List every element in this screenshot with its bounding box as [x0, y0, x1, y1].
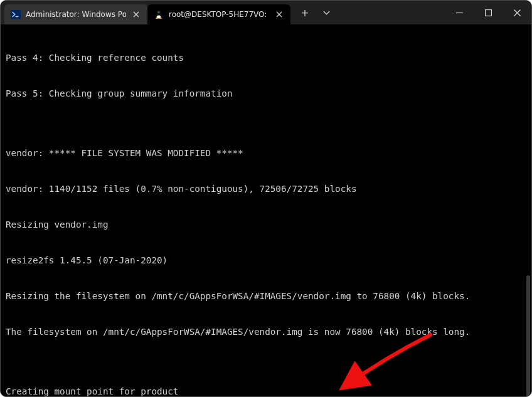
tab-title: Administrator: Windows PowerShell	[26, 10, 126, 19]
svg-point-4	[157, 10, 161, 14]
svg-rect-1	[16, 16, 19, 18]
tab-title: root@DESKTOP-5HE77VO: /mnt	[169, 10, 269, 19]
annotation-arrow	[330, 332, 437, 394]
window-controls	[445, 1, 531, 24]
terminal-line: Pass 4: Checking reference counts	[6, 52, 526, 64]
terminal-line: vendor: 1140/1152 files (0.7% non-contig…	[6, 183, 526, 195]
new-tab-button[interactable]	[294, 1, 316, 24]
terminal-line: Creating mount point for product	[6, 386, 526, 396]
tux-icon	[154, 9, 164, 19]
terminal-line: Resizing vendor.img	[6, 219, 526, 231]
svg-point-7	[156, 18, 158, 19]
terminal-window: Administrator: Windows PowerShell root@D…	[0, 0, 532, 397]
terminal-line: Resizing the filesystem on /mnt/c/GAppsF…	[6, 290, 526, 302]
maximize-button[interactable]	[474, 1, 503, 24]
terminal-line: vendor: ***** FILE SYSTEM WAS MODIFIED *…	[6, 147, 526, 159]
titlebar-drag-region[interactable]	[337, 1, 445, 24]
scrollbar-thumb[interactable]	[526, 275, 530, 396]
close-icon[interactable]	[131, 9, 141, 19]
svg-rect-10	[485, 9, 491, 16]
tab-strip: Administrator: Windows PowerShell root@D…	[1, 1, 290, 24]
svg-rect-9	[456, 13, 463, 13]
close-icon[interactable]	[274, 9, 284, 19]
close-button[interactable]	[503, 1, 531, 24]
tab-wsl[interactable]: root@DESKTOP-5HE77VO: /mnt	[147, 4, 290, 24]
tab-dropdown-button[interactable]	[316, 1, 337, 24]
powershell-icon	[11, 9, 21, 19]
terminal-line: resize2fs 1.45.5 (07-Jan-2020)	[6, 255, 526, 267]
svg-point-8	[159, 18, 162, 19]
svg-point-6	[159, 11, 159, 12]
terminal-line: Pass 5: Checking group summary informati…	[6, 88, 526, 100]
terminal-line: The filesystem on /mnt/c/GAppsForWSA/#IM…	[6, 326, 526, 338]
title-bar: Administrator: Windows PowerShell root@D…	[1, 1, 531, 24]
minimize-button[interactable]	[445, 1, 474, 24]
terminal-viewport[interactable]: Pass 4: Checking reference counts Pass 5…	[1, 24, 531, 396]
tab-powershell[interactable]: Administrator: Windows PowerShell	[4, 4, 147, 24]
svg-rect-0	[11, 10, 21, 19]
svg-point-5	[157, 11, 158, 12]
tabbar-actions	[290, 1, 337, 24]
